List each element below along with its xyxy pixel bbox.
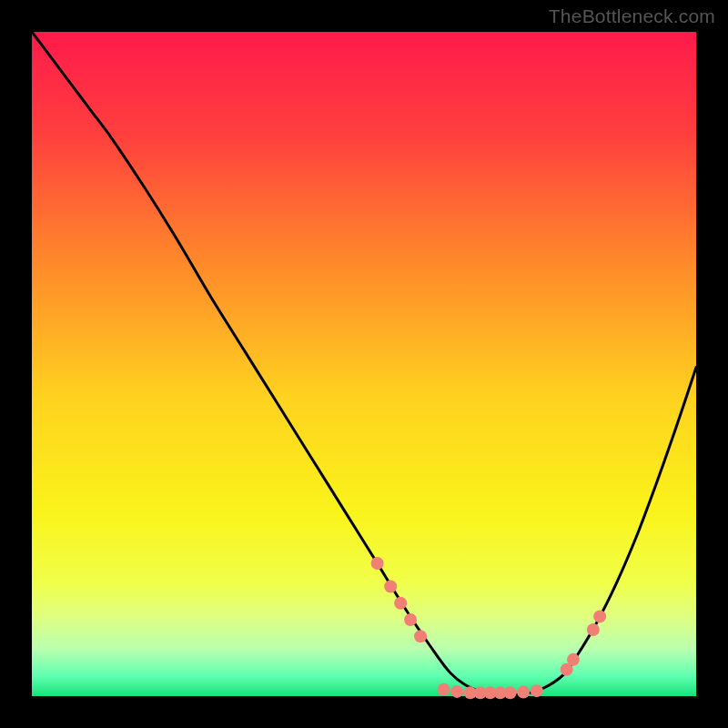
highlight-point [504, 686, 517, 699]
highlight-point [371, 557, 384, 570]
highlight-point [531, 684, 543, 697]
bottleneck-chart [0, 0, 728, 728]
highlight-point [450, 685, 463, 698]
plot-area [32, 32, 696, 696]
watermark-text: TheBottleneck.com [549, 5, 715, 27]
highlight-point [414, 630, 427, 642]
highlight-point [384, 581, 397, 593]
highlight-point [593, 610, 606, 622]
highlight-point [567, 653, 580, 666]
highlight-point [394, 597, 407, 610]
highlight-point [404, 613, 417, 626]
highlight-point [587, 623, 600, 636]
highlight-point [517, 686, 530, 699]
chart-stage: TheBottleneck.com [0, 0, 728, 728]
highlight-point [438, 683, 450, 696]
